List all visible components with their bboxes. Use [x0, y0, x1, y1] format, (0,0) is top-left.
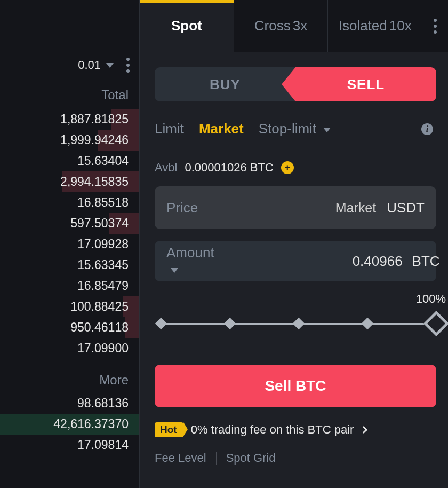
- orderbook-row[interactable]: 17.09900: [0, 338, 139, 359]
- price-label: Price: [166, 200, 198, 216]
- price-field: Price Market USDT: [155, 186, 436, 229]
- chevron-down-icon: [171, 268, 178, 273]
- available-label: Avbl: [155, 161, 177, 175]
- tab-isolated[interactable]: Isolated 10x: [328, 0, 422, 52]
- orderbook-row[interactable]: 1,887.81825: [0, 109, 139, 130]
- orderbook-row[interactable]: 16.85518: [0, 192, 139, 213]
- slider-stop[interactable]: [155, 318, 167, 330]
- orderbook-step-selector[interactable]: 0.01: [78, 58, 114, 72]
- hot-badge: Hot: [155, 422, 183, 437]
- ordertype-market[interactable]: Market: [199, 121, 244, 137]
- available-value: 0.00001026 BTC: [185, 161, 273, 175]
- orderbook-step-value: 0.01: [78, 58, 101, 72]
- amount-label: Amount: [166, 245, 214, 278]
- chevron-down-icon: [323, 128, 331, 132]
- buy-toggle[interactable]: BUY: [155, 67, 295, 101]
- footer-spot-grid[interactable]: Spot Grid: [226, 451, 276, 465]
- info-icon[interactable]: i: [421, 123, 433, 135]
- slider-percent-label: 100%: [416, 292, 446, 306]
- sell-toggle[interactable]: SELL: [295, 67, 436, 101]
- amount-slider[interactable]: 100%: [155, 303, 443, 345]
- orderbook-row[interactable]: 597.50374: [0, 213, 139, 234]
- slider-stop[interactable]: [224, 318, 236, 330]
- tab-cross[interactable]: Cross 3x: [234, 0, 329, 52]
- amount-unit: BTC: [412, 253, 440, 270]
- orderbook-row[interactable]: 1,999.94246: [0, 130, 139, 151]
- chevron-right-icon: [360, 426, 367, 434]
- tab-spot[interactable]: Spot: [140, 0, 234, 52]
- trade-panel: Spot Cross 3x Isolated 10x BUY SELL: [140, 0, 448, 488]
- orderbook-total-header: Total: [0, 77, 139, 109]
- promo-banner[interactable]: Hot 0% trading fee on this BTC pair: [155, 422, 448, 437]
- submit-sell-button[interactable]: Sell BTC: [155, 365, 436, 407]
- orderbook-row[interactable]: 98.68136: [0, 393, 139, 414]
- orderbook-row[interactable]: 2,994.15835: [0, 171, 139, 192]
- ordertype-limit[interactable]: Limit: [155, 121, 184, 137]
- deposit-plus-icon[interactable]: +: [281, 161, 294, 174]
- ordertype-stoplimit[interactable]: Stop-limit: [259, 121, 331, 137]
- slider-handle[interactable]: [423, 311, 448, 336]
- amount-field[interactable]: Amount BTC: [155, 241, 436, 281]
- chevron-down-icon: [106, 63, 114, 68]
- amount-input[interactable]: [229, 253, 403, 270]
- orderbook-row[interactable]: 42,616.37370: [0, 414, 139, 435]
- promo-text: 0% trading fee on this BTC pair: [191, 423, 354, 437]
- slider-stop[interactable]: [362, 318, 374, 330]
- orderbook-row[interactable]: 15.63404: [0, 151, 139, 171]
- tabs-menu-button[interactable]: [422, 0, 448, 52]
- orderbook-row[interactable]: 100.88425: [0, 296, 139, 317]
- footer-fee-level[interactable]: Fee Level: [155, 451, 206, 465]
- orderbook-row[interactable]: 17.09814: [0, 435, 139, 455]
- orderbook-row[interactable]: 17.09928: [0, 234, 139, 255]
- orderbook-row[interactable]: 15.63345: [0, 255, 139, 276]
- orderbook-menu-button[interactable]: [126, 58, 130, 73]
- price-value: Market: [335, 200, 376, 216]
- slider-stop[interactable]: [293, 318, 305, 330]
- orderbook-panel: 0.01 Total 1,887.818251,999.9424615.6340…: [0, 0, 140, 488]
- price-unit: USDT: [387, 200, 425, 216]
- orderbook-row[interactable]: 16.85479: [0, 276, 139, 296]
- orderbook-more-link[interactable]: More: [0, 359, 139, 393]
- orderbook-row[interactable]: 950.46118: [0, 317, 139, 338]
